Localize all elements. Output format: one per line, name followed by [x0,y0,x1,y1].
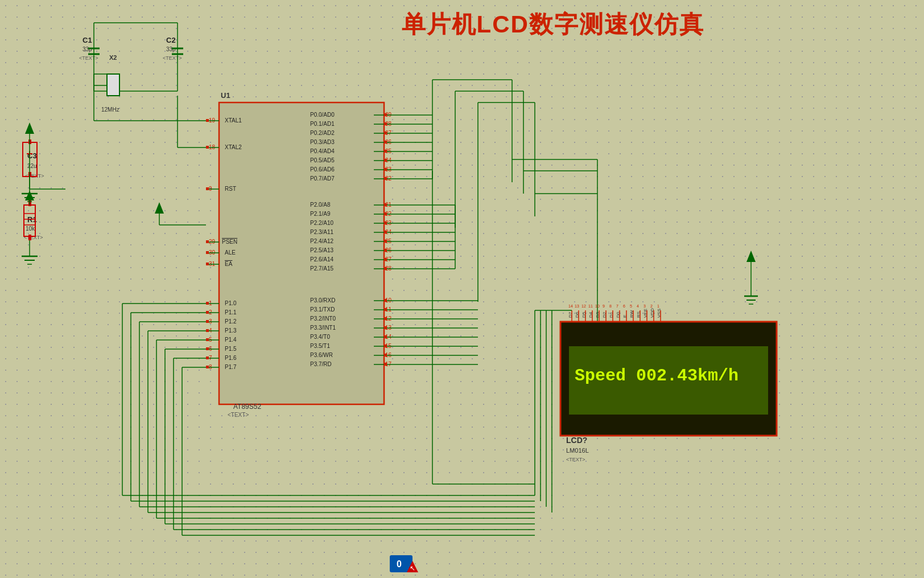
svg-text:P1.6: P1.6 [225,355,237,361]
svg-text:P0.4/AD4: P0.4/AD4 [310,148,335,154]
svg-rect-155 [384,363,387,366]
svg-text:AT89S52: AT89S52 [233,403,261,411]
svg-text:P3.2/INT0: P3.2/INT0 [310,315,336,322]
svg-text:9: 9 [603,304,605,308]
svg-text:C1: C1 [82,36,92,44]
svg-text:P2.6/A14: P2.6/A14 [310,256,334,263]
svg-text:8: 8 [609,304,612,308]
svg-rect-127 [384,299,387,302]
svg-text:5: 5 [630,304,632,308]
svg-text:LCD?: LCD? [566,436,587,445]
svg-rect-91 [384,177,387,180]
svg-rect-63 [384,113,387,116]
svg-rect-0 [219,103,384,404]
svg-rect-83 [384,159,387,162]
svg-text:<TEXT>: <TEXT> [163,55,182,61]
svg-rect-151 [384,354,387,356]
svg-rect-135 [384,317,387,320]
svg-text:12: 12 [581,304,586,308]
svg-rect-23 [206,251,209,254]
svg-text:13: 13 [575,304,579,308]
svg-rect-27 [206,263,209,265]
svg-rect-123 [384,267,387,270]
svg-text:<TEXT>: <TEXT> [79,55,98,61]
svg-text:P2.3/A11: P2.3/A11 [310,229,334,235]
svg-text:1: 1 [657,304,659,308]
svg-rect-19 [206,240,209,243]
svg-text:XTAL2: XTAL2 [225,144,242,150]
svg-text:P2.5/A13: P2.5/A13 [310,247,334,253]
svg-text:P2.7/A15: P2.7/A15 [310,265,334,272]
svg-text:PSEN: PSEN [222,239,237,245]
svg-rect-131 [384,308,387,311]
svg-text:10: 10 [595,304,600,308]
svg-rect-169 [107,74,119,96]
svg-text:4: 4 [637,304,639,308]
svg-text:10k: 10k [26,226,35,232]
svg-text:P0.6/AD6: P0.6/AD6 [310,166,335,173]
svg-text:P0.7/AD7: P0.7/AD7 [310,175,335,182]
svg-text:P3.4/T0: P3.4/T0 [310,334,330,340]
svg-text:P1.5: P1.5 [225,346,237,352]
svg-text:11: 11 [588,304,593,308]
svg-text:C3: C3 [27,151,37,160]
svg-rect-87 [384,168,387,171]
svg-text:P2.2/A10: P2.2/A10 [310,220,334,226]
svg-rect-139 [384,326,387,329]
svg-marker-308 [746,251,756,262]
svg-text:P0.3/AD3: P0.3/AD3 [310,139,335,145]
svg-text:P1.3: P1.3 [225,327,237,334]
svg-rect-119 [384,258,387,261]
svg-rect-11 [206,146,209,149]
svg-text:P3.1/TXD: P3.1/TXD [310,306,335,313]
svg-rect-31 [206,302,209,305]
svg-rect-107 [384,231,387,233]
svg-rect-147 [384,345,387,347]
svg-rect-67 [384,122,387,125]
svg-rect-143 [384,335,387,338]
svg-text:P1.1: P1.1 [225,309,237,315]
svg-text:P1.7: P1.7 [225,364,237,370]
svg-text:P2.4/A12: P2.4/A12 [310,238,334,244]
svg-rect-103 [384,222,387,224]
svg-rect-115 [384,249,387,252]
svg-text:P3.0/RXD: P3.0/RXD [310,297,335,304]
svg-rect-71 [384,132,387,134]
svg-text:Speed 002.43km/h: Speed 002.43km/h [575,366,739,386]
svg-text:<TEXT>: <TEXT> [228,412,249,418]
svg-text:<TEXT>: <TEXT> [566,457,585,462]
svg-text:P3.5/T1: P3.5/T1 [310,343,330,349]
svg-text:P0.0/AD0: P0.0/AD0 [310,112,335,118]
svg-text:14: 14 [568,304,573,308]
svg-text:EA: EA [225,261,233,267]
svg-rect-43 [206,329,209,332]
svg-text:↖: ↖ [410,564,415,572]
svg-rect-59 [206,366,209,368]
svg-rect-95 [384,203,387,206]
svg-text:P1.2: P1.2 [225,318,237,325]
svg-text:<TEXT>: <TEXT> [24,235,43,240]
svg-rect-79 [384,150,387,153]
svg-rect-39 [206,320,209,323]
circuit-diagram: U1 AT89S52 <TEXT> XTAL1 19 XTAL2 18 RST … [0,0,924,578]
svg-rect-111 [384,240,387,243]
svg-rect-99 [384,212,387,215]
svg-rect-7 [206,119,209,122]
svg-text:P3.3/INT1: P3.3/INT1 [310,325,336,331]
svg-text:7: 7 [616,304,618,308]
svg-text:P0.2/AD2: P0.2/AD2 [310,130,335,136]
svg-text:U1: U1 [221,91,230,100]
svg-rect-55 [206,356,209,359]
svg-marker-211 [25,191,34,200]
svg-text:P3.7/RD: P3.7/RD [310,361,332,367]
svg-text:ALE: ALE [225,249,236,256]
svg-text:P0.1/AD1: P0.1/AD1 [310,121,335,127]
svg-text:P3.6/WR: P3.6/WR [310,352,333,358]
svg-text:LM016L: LM016L [566,447,589,454]
svg-text:P0.5/AD5: P0.5/AD5 [310,157,335,163]
circuit-content: 单片机LCD数字测速仪仿真 U1 AT89S52 <TEXT> XTAL1 19… [0,0,924,578]
svg-text:2: 2 [650,304,653,308]
svg-rect-51 [206,347,209,350]
page-title: 单片机LCD数字测速仪仿真 [402,9,704,40]
svg-text:X2: X2 [109,54,117,61]
